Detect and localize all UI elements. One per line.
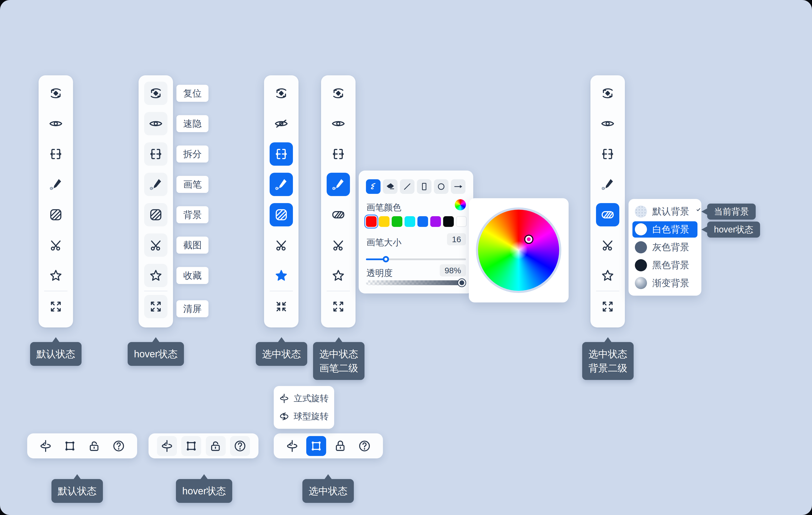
scissors-button[interactable]: [44, 234, 67, 257]
bg-menu-item[interactable]: 黑色背景: [632, 257, 697, 274]
action-label: 清屏: [176, 300, 208, 317]
eraser-tool-button[interactable]: [383, 179, 398, 194]
rotation-menu-item-label: 球型旋转: [294, 410, 328, 423]
split-button[interactable]: [327, 142, 350, 166]
split-button[interactable]: [270, 142, 293, 166]
brush-button[interactable]: [596, 173, 619, 196]
penSquiggle-tool-button[interactable]: [366, 179, 380, 194]
bg-button[interactable]: [270, 203, 293, 226]
line-tool-button[interactable]: [400, 179, 414, 194]
slider-track[interactable]: [366, 280, 466, 285]
starFill-button[interactable]: [270, 264, 293, 287]
reset-button[interactable]: [44, 82, 67, 105]
bg-menu-item[interactable]: 灰色背景: [632, 239, 697, 255]
scissors-icon: [331, 238, 346, 253]
star-button[interactable]: [596, 264, 619, 287]
eye-button[interactable]: [144, 112, 168, 135]
bg-menu-item[interactable]: 渐变背景: [632, 275, 697, 291]
toolbar-divider: [144, 291, 168, 291]
split-icon: [148, 146, 163, 162]
transform-button[interactable]: [306, 436, 326, 456]
axisRotate-button[interactable]: [36, 436, 56, 456]
bgWide-icon: [331, 207, 346, 222]
lockOpen-button[interactable]: [206, 436, 226, 456]
brush-button[interactable]: [144, 173, 168, 196]
star-icon: [600, 268, 615, 283]
star-button[interactable]: [144, 264, 168, 287]
scissors-button[interactable]: [327, 234, 350, 257]
rotation-menu-item[interactable]: 立式旋转: [279, 392, 329, 404]
tooltip: 当前背景: [707, 204, 756, 220]
color-wheel-icon[interactable]: [455, 199, 466, 210]
eyeOff-button[interactable]: [270, 112, 293, 135]
circleTool-tool-button[interactable]: [434, 179, 448, 194]
bg-menu-item[interactable]: 默认背景: [632, 203, 697, 220]
expand-button[interactable]: [44, 295, 67, 318]
help-button[interactable]: [230, 436, 250, 456]
eye-button[interactable]: [327, 112, 350, 135]
help-button[interactable]: [354, 436, 374, 456]
star-button[interactable]: [327, 264, 350, 287]
split-icon: [600, 146, 615, 162]
transform-button[interactable]: [181, 436, 201, 456]
bg-button[interactable]: [44, 203, 67, 226]
brush-button[interactable]: [44, 173, 67, 196]
expand-button[interactable]: [327, 295, 350, 318]
split-button[interactable]: [44, 142, 67, 166]
state-callout: 选中状态 背景二级: [582, 342, 634, 380]
opacity-slider[interactable]: [366, 279, 466, 287]
bg-menu-item[interactable]: 白色背景: [632, 221, 697, 238]
rotation-menu-item[interactable]: 球型旋转: [279, 410, 329, 423]
eye-button[interactable]: [44, 112, 67, 135]
hue-color-wheel[interactable]: [476, 208, 561, 293]
transform-button[interactable]: [60, 436, 80, 456]
bg-button[interactable]: [144, 203, 168, 226]
lockClosed-icon: [334, 439, 348, 453]
axisRotate-button[interactable]: [157, 436, 177, 456]
axisRotate-button[interactable]: [282, 436, 302, 456]
color-swatch[interactable]: [392, 216, 402, 227]
color-swatch[interactable]: [379, 216, 389, 227]
state-callout: 选中状态: [256, 342, 307, 366]
lockOpen-button[interactable]: [84, 436, 104, 456]
color-selector[interactable]: [524, 235, 533, 244]
eye-icon: [600, 116, 615, 131]
help-button[interactable]: [109, 436, 128, 456]
collapse-button[interactable]: [270, 295, 293, 318]
bg-menu-item-label: 黑色背景: [652, 259, 689, 271]
color-swatch[interactable]: [443, 216, 454, 227]
bgWide-button[interactable]: [596, 203, 619, 226]
expand-button[interactable]: [144, 295, 168, 318]
state-callout: 选中状态 画笔二级: [313, 342, 365, 380]
eye-button[interactable]: [596, 112, 619, 135]
slider-knob[interactable]: [383, 256, 389, 262]
toolbar-divider: [270, 291, 293, 291]
rect-tool-button[interactable]: [417, 179, 432, 194]
slider-knob[interactable]: [458, 279, 465, 287]
reset-button[interactable]: [327, 82, 350, 105]
expand-button[interactable]: [596, 295, 619, 318]
bgWide-button[interactable]: [327, 203, 350, 226]
scissors-button[interactable]: [596, 234, 619, 257]
split-button[interactable]: [596, 142, 619, 166]
color-swatch[interactable]: [430, 216, 441, 227]
bottom-toolbar-selected: [274, 433, 383, 458]
scissors-button[interactable]: [270, 234, 293, 257]
toolbar-selected-brush-level2: [321, 75, 355, 327]
scissors-button[interactable]: [144, 234, 168, 257]
brush-button[interactable]: [270, 173, 293, 196]
color-swatch[interactable]: [456, 216, 467, 227]
color-swatch[interactable]: [405, 216, 415, 227]
star-button[interactable]: [44, 264, 67, 287]
lockClosed-button[interactable]: [330, 436, 350, 456]
expand-icon: [148, 299, 163, 314]
arrow-tool-button[interactable]: [451, 179, 465, 194]
color-swatch[interactable]: [366, 216, 377, 227]
reset-button[interactable]: [270, 82, 293, 105]
brush-button[interactable]: [327, 173, 350, 196]
brush-size-slider[interactable]: [366, 256, 466, 262]
split-button[interactable]: [144, 142, 168, 166]
reset-button[interactable]: [144, 82, 168, 105]
color-swatch[interactable]: [417, 216, 428, 227]
reset-button[interactable]: [596, 82, 619, 105]
